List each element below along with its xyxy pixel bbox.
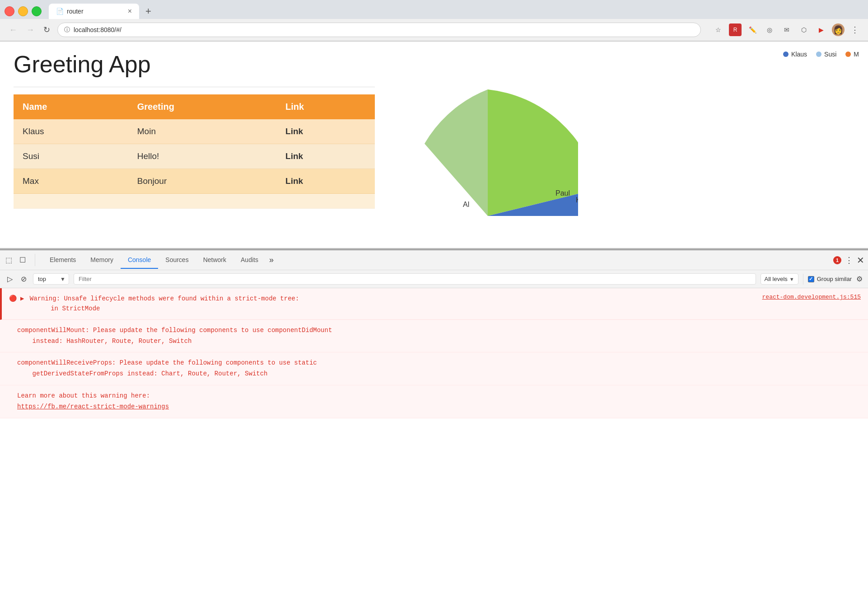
new-tab-button[interactable]: + (142, 4, 155, 19)
devtools-menu-button[interactable]: ⋮ (845, 255, 853, 265)
table-cell-name (14, 194, 128, 209)
tab-audits[interactable]: Audits (233, 252, 266, 269)
table-cell-link (276, 194, 375, 209)
console-entry-component-will-mount: componentWillMount: Please update the fo… (0, 320, 868, 353)
console-entry-component-will-receive-props: componentWillReceiveProps: Please update… (0, 352, 868, 385)
traffic-light-green[interactable] (32, 6, 42, 16)
tab-sources[interactable]: Sources (158, 252, 196, 269)
legend-label-klaus: Klaus (791, 51, 807, 58)
chart-label-paul: Paul (555, 189, 570, 197)
table-cell-name: Susi (14, 144, 128, 169)
tab-network[interactable]: Network (196, 252, 233, 269)
traffic-lights (5, 6, 42, 16)
chart-container: Paul Klaus Al (397, 62, 859, 225)
devtools-right-actions: 1 ⋮ ✕ (833, 255, 864, 266)
console-entry-warning: 🔴 ▶ Warning: Unsafe lifecycle methods we… (0, 288, 868, 320)
chart-area: Klaus Susi M Paul Klaus (388, 42, 868, 248)
extension-3-button[interactable]: ◎ (763, 23, 776, 36)
traffic-light-red[interactable] (5, 6, 14, 16)
tab-page-icon: 📄 (56, 8, 63, 15)
back-button[interactable]: ← (7, 23, 19, 37)
extension-4-button[interactable]: ✉ (780, 23, 793, 36)
table-cell-link[interactable]: Link (276, 119, 375, 144)
browser-chrome: 📄 router × + ← → ↻ ⓘ localhost:8080/#/ ☆… (0, 0, 868, 42)
page-content: Greeting App Name Greeting Link Klaus Mo… (0, 42, 868, 249)
legend-item-klaus: Klaus (783, 51, 807, 58)
table-cell-greeting (128, 194, 276, 209)
devtools-nav-icons: ⬚ ☐ (4, 254, 35, 266)
extension-5-button[interactable]: ⬡ (798, 23, 810, 36)
legend-item-susi: Susi (816, 51, 836, 58)
page-left: Greeting App Name Greeting Link Klaus Mo… (0, 42, 388, 248)
table-row: Max Bonjour Link (14, 169, 375, 194)
table-cell-greeting: Hello! (128, 144, 276, 169)
browser-menu-button[interactable]: ⋮ (849, 23, 861, 37)
levels-arrow-icon: ▼ (789, 276, 794, 282)
tab-bar: 📄 router × + (0, 0, 868, 19)
pie-chart: Paul Klaus Al (397, 62, 578, 216)
browser-actions: ☆ R ✏️ ◎ ✉ ⬡ ▶ 👩 ⋮ (712, 23, 861, 37)
table-header-name: Name (14, 94, 128, 119)
devtools-tab-bar: ⬚ ☐ Elements Memory Console Sources Netw… (0, 250, 868, 270)
url-bar[interactable]: ⓘ localhost:8080/#/ (57, 23, 701, 37)
table-cell-link[interactable]: Link (276, 144, 375, 169)
chart-segment-al (425, 89, 488, 216)
chart-legend: Klaus Susi M (397, 51, 859, 58)
console-output: 🔴 ▶ Warning: Unsafe lifecycle methods we… (0, 288, 868, 609)
legend-dot-lightblue (816, 52, 821, 57)
table-cell-name: Klaus (14, 119, 128, 144)
bookmark-button[interactable]: ☆ (712, 23, 724, 36)
tab-memory[interactable]: Memory (83, 252, 121, 269)
table-header-greeting: Greeting (128, 94, 276, 119)
table-row: Klaus Moin Link (14, 119, 375, 144)
devtools-more-button[interactable]: » (266, 253, 277, 267)
legend-label-m: M (854, 51, 859, 58)
error-indicator-icon: 🔴 (9, 295, 17, 302)
block-icon[interactable]: ⊘ (19, 273, 28, 285)
profile-avatar[interactable]: 👩 (832, 23, 845, 36)
execute-icon[interactable]: ▷ (5, 273, 14, 285)
table-row (14, 194, 375, 209)
traffic-light-yellow[interactable] (18, 6, 28, 16)
tab-close-button[interactable]: × (128, 7, 132, 15)
expand-arrow-icon[interactable]: ▶ (20, 295, 24, 302)
page-title: Greeting App (14, 51, 375, 78)
tab-console[interactable]: Console (121, 252, 158, 269)
legend-label-susi: Susi (824, 51, 836, 58)
browser-tab-active[interactable]: 📄 router × (49, 4, 139, 19)
greeting-table: Name Greeting Link Klaus Moin Link Susi … (14, 94, 375, 209)
address-bar: ← → ↻ ⓘ localhost:8080/#/ ☆ R ✏️ ◎ ✉ ⬡ ▶… (0, 19, 868, 41)
lock-icon: ⓘ (64, 26, 70, 34)
extension-6-button[interactable]: ▶ (815, 23, 827, 36)
tab-title: router (67, 8, 84, 15)
devtools-inspect-icon[interactable]: ☐ (18, 254, 28, 266)
table-cell-name: Max (14, 169, 128, 194)
extension-1-button[interactable]: R (729, 23, 742, 36)
error-count-button[interactable]: 1 (833, 256, 841, 264)
tab-elements[interactable]: Elements (42, 252, 83, 269)
context-selector[interactable]: top (33, 273, 69, 285)
legend-dot-orange (845, 52, 851, 57)
devtools-cursor-icon[interactable]: ⬚ (4, 254, 14, 266)
console-source-link[interactable]: react-dom.development.js:515 (762, 294, 861, 300)
reload-button[interactable]: ↻ (42, 23, 52, 37)
error-circle: 1 (833, 256, 841, 264)
url-text: localhost:8080/#/ (74, 26, 121, 33)
extension-2-button[interactable]: ✏️ (746, 23, 759, 36)
error-count: 1 (836, 258, 839, 263)
table-cell-greeting: Bonjour (128, 169, 276, 194)
devtools-close-button[interactable]: ✕ (857, 255, 864, 266)
chart-segment-paul (488, 89, 578, 216)
console-warning-text: ▶ Warning: Unsafe lifecycle methods were… (20, 294, 762, 314)
group-similar-checkbox[interactable]: ✓ (808, 276, 814, 282)
table-cell-greeting: Moin (128, 119, 276, 144)
levels-label: All levels (765, 276, 788, 282)
console-filter-input[interactable] (74, 273, 756, 285)
console-settings-button[interactable]: ⚙ (856, 275, 863, 283)
forward-button[interactable]: → (24, 23, 36, 37)
table-header-link: Link (276, 94, 375, 119)
console-entry-learn-more: Learn more about this warning here: http… (0, 385, 868, 418)
table-cell-link[interactable]: Link (276, 169, 375, 194)
levels-selector[interactable]: All levels ▼ (761, 273, 798, 285)
strict-mode-warnings-link[interactable]: https://fb.me/react-strict-mode-warnings (17, 403, 169, 410)
